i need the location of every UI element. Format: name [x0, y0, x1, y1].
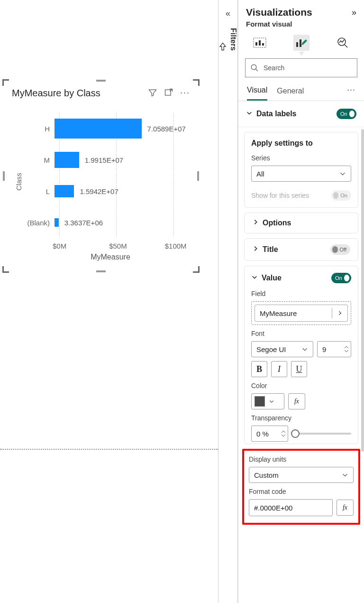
fx-button[interactable]: fx	[288, 393, 305, 409]
x-axis-title: MyMeasure	[31, 253, 190, 261]
data-labels-toggle[interactable]: On	[337, 109, 356, 119]
color-label: Color	[251, 382, 351, 390]
x-tick: $100M	[165, 242, 187, 250]
search-input[interactable]: Search	[245, 58, 357, 77]
category-label: M	[12, 156, 55, 164]
data-label: 1.5942E+07	[80, 187, 118, 195]
transparency-input[interactable]: 0 %	[251, 426, 288, 442]
svg-rect-0	[165, 90, 171, 95]
transparency-label: Transparency	[251, 414, 351, 422]
fx-button[interactable]: fx	[337, 500, 354, 516]
field-label: Field	[251, 290, 351, 297]
bar-row: L1.5942E+07	[12, 176, 190, 207]
show-series-label: Show for this series	[251, 192, 309, 199]
title-section[interactable]: Title	[263, 245, 278, 254]
apply-settings-title: Apply settings to	[251, 139, 351, 148]
data-label: 3.3637E+06	[64, 219, 103, 227]
svg-rect-2	[255, 42, 257, 46]
filters-pane-collapsed[interactable]: « Filters	[218, 0, 238, 603]
data-label: 1.9915E+07	[85, 156, 123, 164]
bold-button[interactable]: B	[251, 361, 267, 377]
format-code-label: Format code	[249, 488, 354, 495]
more-options-icon[interactable]: ···	[180, 88, 190, 99]
underline-button[interactable]: U	[291, 361, 307, 377]
field-dropdown[interactable]: MyMeasure	[255, 305, 348, 322]
italic-button[interactable]: I	[271, 361, 287, 377]
format-code-input[interactable]: #.0000E+00	[249, 499, 333, 516]
chevron-down-icon[interactable]	[246, 110, 253, 118]
tab-general[interactable]: General	[277, 83, 304, 100]
chart-title: MyMeasure by Class	[12, 88, 100, 99]
font-label: Font	[251, 330, 351, 337]
tab-visual[interactable]: Visual	[247, 82, 267, 101]
search-placeholder: Search	[264, 64, 284, 72]
title-toggle[interactable]: Off	[330, 244, 350, 255]
bar-row: H7.0589E+07	[12, 113, 190, 144]
transparency-slider[interactable]	[293, 433, 351, 435]
x-tick: $0M	[53, 242, 66, 250]
spinner-icon[interactable]	[344, 346, 349, 353]
show-series-toggle: On	[331, 190, 351, 201]
chevron-right-icon[interactable]	[252, 245, 259, 254]
expand-filters-icon[interactable]: «	[218, 9, 237, 19]
visualizations-title: Visualizations	[246, 7, 312, 18]
bar-row: M1.9915E+07	[12, 144, 190, 176]
value-toggle[interactable]: On	[331, 273, 351, 283]
color-picker[interactable]	[251, 393, 284, 409]
data-label: 7.0589E+07	[147, 125, 186, 133]
y-axis-title: Class	[15, 173, 23, 191]
focus-mode-icon[interactable]	[164, 88, 173, 99]
filter-pane-icon	[218, 42, 227, 51]
bar-row: (Blank)3.3637E+06	[12, 207, 190, 238]
analytics-icon[interactable]	[335, 35, 351, 51]
svg-rect-3	[259, 40, 261, 46]
format-visual-subtitle: Format visual	[238, 20, 364, 32]
spinner-icon[interactable]	[281, 430, 286, 437]
font-size-input[interactable]: 9	[317, 341, 351, 357]
svg-point-8	[251, 65, 256, 70]
page-break	[0, 449, 218, 450]
chart-visual[interactable]: MyMeasure by Class ··· Class H7.0589E+07…	[4, 81, 198, 271]
bar[interactable]	[55, 218, 59, 227]
highlighted-region: Display units Custom Format code #.0000E…	[242, 449, 360, 525]
filters-label: Filters	[229, 28, 237, 51]
chevron-right-icon[interactable]	[252, 219, 259, 227]
filter-icon[interactable]	[148, 88, 157, 99]
scrollbar[interactable]	[361, 129, 364, 452]
series-dropdown[interactable]: All	[251, 166, 351, 182]
format-visual-icon[interactable]	[293, 35, 309, 51]
svg-rect-5	[296, 42, 298, 47]
bar[interactable]	[55, 185, 74, 197]
category-label: H	[12, 125, 55, 133]
x-tick: $50M	[109, 242, 127, 250]
font-dropdown[interactable]: Segoe UI	[251, 341, 313, 357]
options-title[interactable]: Options	[263, 219, 291, 227]
bar[interactable]	[55, 152, 79, 168]
svg-rect-6	[300, 39, 301, 47]
value-section-title[interactable]: Value	[262, 274, 282, 282]
display-units-dropdown[interactable]: Custom	[249, 467, 354, 483]
data-labels-title[interactable]: Data labels	[256, 110, 296, 118]
bar[interactable]	[55, 119, 142, 139]
display-units-label: Display units	[249, 455, 354, 463]
series-label: Series	[251, 154, 351, 162]
svg-rect-4	[262, 43, 264, 46]
tabs-more-icon[interactable]: ···	[347, 85, 355, 98]
category-label: (Blank)	[12, 219, 55, 227]
build-visual-icon[interactable]	[252, 35, 268, 51]
chevron-down-icon[interactable]	[251, 274, 258, 282]
collapse-panel-icon[interactable]: »	[352, 8, 356, 18]
